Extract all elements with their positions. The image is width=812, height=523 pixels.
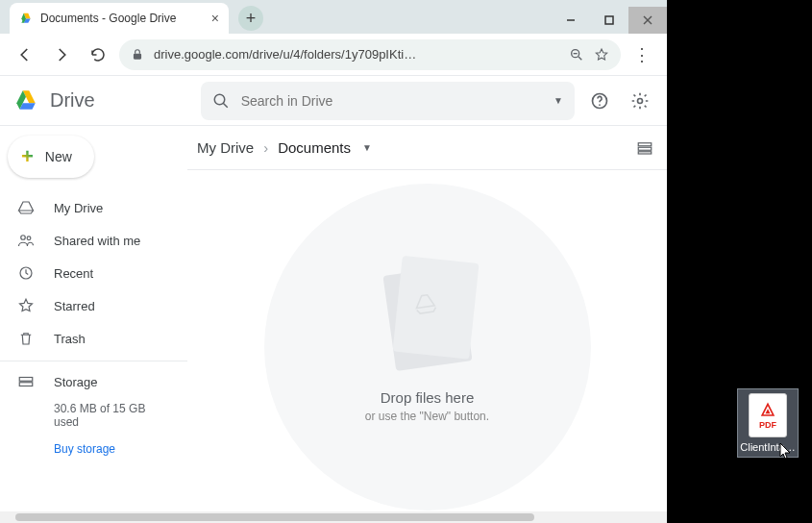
storage-section: Storage 30.6 MB of 15 GB used Buy storag… bbox=[0, 367, 187, 461]
breadcrumb-root[interactable]: My Drive bbox=[197, 139, 254, 156]
close-tab-icon[interactable]: × bbox=[211, 11, 219, 26]
sidebar-item-label: Starred bbox=[54, 299, 95, 313]
sidebar-item-starred[interactable]: Starred bbox=[0, 289, 187, 322]
new-tab-button[interactable]: + bbox=[238, 6, 263, 31]
svg-rect-20 bbox=[638, 151, 652, 153]
storage-used: 30.6 MB of 15 GB used bbox=[54, 402, 170, 429]
adobe-glyph-icon bbox=[758, 401, 777, 420]
empty-state-illustration: Drop files here or use the "New" button. bbox=[264, 184, 591, 511]
forward-button[interactable] bbox=[46, 39, 77, 70]
tab-strip: Documents - Google Drive × + bbox=[0, 0, 667, 34]
close-window-button[interactable] bbox=[628, 7, 667, 34]
drop-zone[interactable]: Drop files here or use the "New" button. bbox=[187, 170, 667, 523]
tab-title: Documents - Google Drive bbox=[40, 12, 211, 25]
svg-point-12 bbox=[638, 98, 643, 103]
storage-icon bbox=[17, 373, 37, 390]
sidebar-item-label: My Drive bbox=[54, 201, 103, 215]
svg-rect-18 bbox=[638, 142, 652, 145]
breadcrumb: My Drive › Documents ▼ bbox=[187, 126, 667, 170]
sidebar-item-label: Trash bbox=[54, 332, 86, 346]
browser-window: Documents - Google Drive × + bbox=[0, 0, 667, 523]
main-content: My Drive › Documents ▼ Drop files here o… bbox=[187, 126, 667, 523]
address-bar: drive.google.com/drive/u/4/folders/1y709… bbox=[0, 34, 667, 76]
pdf-icon: PDF bbox=[749, 393, 787, 437]
drop-subtitle: or use the "New" button. bbox=[365, 410, 489, 423]
clock-icon bbox=[17, 264, 37, 282]
buy-storage-link[interactable]: Buy storage bbox=[54, 442, 170, 456]
sidebar-item-label: Recent bbox=[54, 266, 93, 281]
search-input[interactable] bbox=[241, 93, 554, 109]
pdf-type-label: PDF bbox=[759, 420, 776, 430]
url-text: drive.google.com/drive/u/4/folders/1y709… bbox=[154, 47, 559, 62]
storage-label: Storage bbox=[54, 375, 98, 389]
drive-glyph-icon bbox=[410, 291, 440, 318]
file-illustration bbox=[382, 265, 472, 371]
svg-line-6 bbox=[578, 57, 581, 60]
sidebar-item-shared[interactable]: Shared with me bbox=[0, 224, 187, 257]
maximize-button[interactable] bbox=[590, 7, 628, 34]
drop-title: Drop files here bbox=[381, 389, 475, 406]
minimize-button[interactable] bbox=[552, 7, 590, 34]
svg-rect-19 bbox=[638, 147, 652, 150]
svg-rect-16 bbox=[19, 378, 33, 382]
svg-point-13 bbox=[21, 236, 26, 240]
svg-rect-17 bbox=[19, 383, 33, 386]
sidebar-item-label: Shared with me bbox=[54, 234, 140, 248]
sidebar: + New My Drive Shared with me Recent bbox=[0, 126, 187, 523]
my-drive-icon bbox=[17, 199, 37, 216]
browser-menu-icon[interactable]: ⋮ bbox=[627, 44, 657, 65]
reload-button[interactable] bbox=[83, 39, 113, 70]
list-view-icon[interactable] bbox=[632, 136, 657, 161]
svg-point-8 bbox=[214, 94, 225, 105]
browser-tab[interactable]: Documents - Google Drive × bbox=[10, 3, 229, 34]
trash-icon bbox=[17, 330, 37, 347]
shared-icon bbox=[17, 232, 37, 249]
drive-logo-icon bbox=[12, 88, 40, 113]
chevron-right-icon: › bbox=[263, 139, 268, 156]
product-name: Drive bbox=[50, 89, 95, 112]
search-box[interactable]: ▼ bbox=[201, 82, 575, 120]
sidebar-item-trash[interactable]: Trash bbox=[0, 322, 187, 355]
new-button-label: New bbox=[45, 149, 72, 164]
sidebar-item-recent[interactable]: Recent bbox=[0, 257, 187, 289]
svg-rect-4 bbox=[134, 53, 141, 59]
svg-point-14 bbox=[27, 237, 31, 240]
url-field[interactable]: drive.google.com/drive/u/4/folders/1y709… bbox=[119, 39, 621, 70]
svg-rect-1 bbox=[605, 16, 613, 24]
search-icon bbox=[212, 92, 230, 110]
star-icon[interactable] bbox=[594, 47, 609, 62]
drive-header: Drive ▼ bbox=[0, 76, 667, 126]
back-button[interactable] bbox=[10, 39, 40, 70]
star-icon bbox=[17, 297, 37, 314]
lock-icon bbox=[131, 48, 144, 62]
sidebar-divider bbox=[0, 361, 187, 361]
horizontal-scrollbar[interactable] bbox=[0, 511, 667, 523]
desktop-pdf-file[interactable]: PDF ClientInta… bbox=[737, 388, 799, 458]
settings-icon[interactable] bbox=[625, 86, 655, 116]
window-controls bbox=[552, 7, 667, 34]
desktop-filename: ClientInta… bbox=[740, 441, 795, 453]
new-button[interactable]: + New bbox=[8, 136, 94, 178]
folder-dropdown-icon[interactable]: ▼ bbox=[362, 142, 372, 153]
help-icon[interactable] bbox=[584, 86, 615, 116]
sidebar-item-my-drive[interactable]: My Drive bbox=[0, 191, 187, 224]
scrollbar-thumb[interactable] bbox=[15, 513, 534, 521]
svg-line-9 bbox=[223, 103, 228, 108]
breadcrumb-current[interactable]: Documents bbox=[278, 139, 351, 156]
zoom-icon[interactable] bbox=[569, 47, 584, 62]
drive-favicon bbox=[19, 12, 33, 25]
search-options-icon[interactable]: ▼ bbox=[554, 95, 563, 106]
svg-point-11 bbox=[599, 104, 601, 106]
plus-icon: + bbox=[21, 144, 34, 169]
